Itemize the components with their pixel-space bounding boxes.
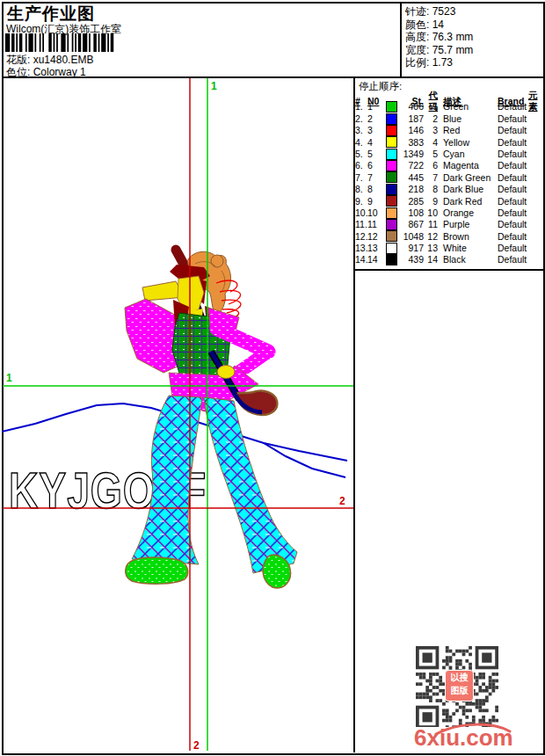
swatch-cell	[386, 125, 400, 136]
cell-st: 722	[400, 160, 424, 171]
cell-desc: Purple	[438, 219, 496, 230]
swatch-cell	[386, 196, 400, 207]
color-swatch	[386, 171, 397, 183]
cell-seq: 2.	[355, 113, 367, 125]
cell-brand: Default	[496, 149, 528, 160]
cell-desc: Cyan	[438, 149, 496, 160]
qr-center-stamp: 以搜 图版	[445, 670, 474, 701]
cell-brand: Default	[496, 219, 528, 230]
color-swatch	[386, 101, 397, 113]
cell-code: 10	[424, 207, 438, 219]
cell-code: 8	[424, 184, 438, 195]
cell-brand: Default	[496, 207, 528, 219]
cell-code: 5	[424, 149, 438, 160]
color-row: 11.1186711PurpleDefault	[355, 219, 543, 230]
color-row: 2.21872BlueDefault	[355, 113, 543, 125]
color-row: 3.31463RedDefault	[355, 125, 543, 136]
stat-scale: 比例: 1.73	[405, 56, 473, 69]
color-row: 14.1443914BlackDefault	[355, 254, 543, 265]
cell-st: 108	[400, 207, 424, 219]
color-swatch	[386, 149, 397, 160]
cell-n0: 4	[367, 137, 386, 149]
color-swatch	[386, 136, 397, 148]
cell-seq: 14.	[355, 254, 367, 265]
color-swatch	[386, 230, 397, 242]
cell-seq: 4.	[355, 137, 367, 149]
cell-code: 3	[424, 125, 438, 136]
swatch-cell	[386, 113, 400, 125]
cell-st: 187	[400, 113, 424, 125]
cell-code: 13	[424, 243, 438, 254]
color-row: 4.43834YellowDefault	[355, 137, 543, 149]
cell-n0: 3	[367, 125, 386, 136]
cell-desc: Brown	[438, 231, 496, 243]
color-row: 10.1010810OrangeDefault	[355, 207, 543, 219]
embroidery-design-canvas: KYJGOLF	[2, 77, 354, 752]
cell-n0: 7	[367, 172, 386, 184]
cell-brand: Default	[496, 125, 528, 136]
stat-height: 高度: 76.3 mm	[405, 31, 473, 44]
guide-label-start-left: 1	[6, 372, 12, 384]
cell-seq: 9.	[355, 196, 367, 207]
color-row: 6.67226MagentaDefault	[355, 160, 543, 171]
colorway-label: 色位:	[6, 66, 30, 78]
pants-right-leg	[204, 397, 297, 573]
cell-code: 2	[424, 113, 438, 125]
swatch-cell	[386, 101, 400, 113]
swatch-cell	[386, 254, 400, 265]
color-row: 8.82188Dark BlueDefault	[355, 184, 543, 195]
cell-st: 439	[400, 254, 424, 265]
cell-n0: 9	[367, 196, 386, 207]
shoe-left	[126, 557, 188, 584]
cell-st: 445	[400, 172, 424, 184]
pattern-value: xu1480.EMB	[33, 54, 94, 66]
cell-st: 406	[400, 101, 424, 113]
cell-code: 11	[424, 219, 438, 230]
cell-brand: Default	[496, 113, 528, 125]
cell-desc: Red	[438, 125, 496, 136]
guide-label-end-right: 2	[339, 495, 345, 507]
cell-n0: 6	[367, 160, 386, 171]
cell-code: 4	[424, 137, 438, 149]
golfer-hand	[217, 366, 235, 379]
color-swatch	[386, 254, 397, 265]
cell-seq: 10.	[355, 207, 367, 219]
design-stats: 针迹: 7523 颜色: 14 高度: 76.3 mm 宽度: 75.7 mm …	[405, 5, 473, 69]
cell-n0: 8	[367, 184, 386, 195]
cell-desc: Green	[438, 101, 496, 113]
cell-seq: 13.	[355, 243, 367, 254]
swatch-cell	[386, 137, 400, 149]
cell-desc: Black	[438, 254, 496, 265]
cell-code: 1	[424, 101, 438, 113]
cell-n0: 1	[367, 101, 386, 113]
swatch-cell	[386, 243, 400, 254]
color-swatch	[386, 125, 397, 136]
guide-label-end-bottom: 2	[193, 739, 200, 752]
color-row: 12.12104812BrownDefault	[355, 231, 543, 243]
cell-brand: Default	[496, 160, 528, 171]
cell-seq: 11.	[355, 219, 367, 230]
cell-n0: 14	[367, 254, 386, 265]
pattern-label: 花版:	[6, 54, 30, 66]
cell-seq: 5.	[355, 149, 367, 160]
cell-brand: Default	[496, 196, 528, 207]
cell-desc: White	[438, 243, 496, 254]
cell-st: 867	[400, 219, 424, 230]
color-row: 1.14061GreenDefault	[355, 101, 543, 113]
site-watermark: 6xiu.com	[414, 724, 513, 752]
col-header-element: 元素	[528, 90, 543, 113]
cell-st: 218	[400, 184, 424, 195]
cell-brand: Default	[496, 243, 528, 254]
cell-seq: 6.	[355, 160, 367, 171]
cell-brand: Default	[496, 184, 528, 195]
cell-n0: 2	[367, 113, 386, 125]
cell-st: 1048	[400, 231, 424, 243]
guide-label-start-top: 1	[211, 80, 217, 92]
cell-code: 14	[424, 254, 438, 265]
table-body: 1.14061GreenDefault2.21872BlueDefault3.3…	[355, 101, 543, 265]
swatch-cell	[386, 231, 400, 243]
color-swatch	[386, 219, 397, 230]
cell-code: 7	[424, 172, 438, 184]
stat-stitches: 针迹: 7523	[405, 5, 473, 18]
cell-seq: 8.	[355, 184, 367, 195]
